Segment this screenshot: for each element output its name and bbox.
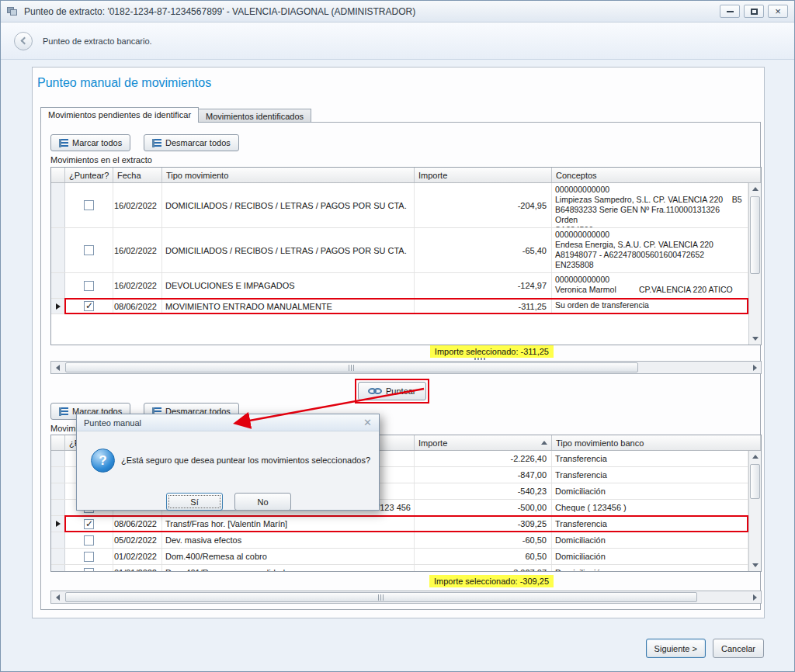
tipo-banco-cell: Domiciliación: [552, 532, 748, 548]
conceptos-cell: 000000000000 Limpiezas Sampedro, S.L. CP…: [552, 183, 748, 227]
tipo-cell: MOVIMIENTO ENTRADO MANUALMENTE: [162, 299, 415, 313]
col-conceptos[interactable]: Conceptos: [552, 168, 761, 182]
scroll-down-icon[interactable]: [749, 333, 761, 345]
thumb-grip-icon: [378, 594, 385, 601]
tipo-cell: Dom.400/Remesa al cobro: [162, 549, 415, 564]
puntear-label: Puntear: [386, 386, 416, 396]
table-row[interactable]: 16/02/2022 DOMICILIADOS / RECIBOS / LETR…: [51, 183, 748, 228]
next-button[interactable]: Siguiente >: [646, 639, 706, 658]
selector-header: [51, 168, 65, 182]
tipo-banco-cell: Transferencia: [552, 467, 748, 483]
col-tipo-banco[interactable]: Tipo movimiento banco: [552, 435, 761, 450]
main-panel: Punteo manual de movimientos Movimientos…: [32, 67, 765, 618]
scroll-down-icon[interactable]: [749, 559, 761, 571]
fecha-cell: 08/06/2022: [113, 299, 162, 313]
vertical-scrollbar[interactable]: [748, 183, 761, 345]
col-importe-sorted[interactable]: Importe: [415, 435, 552, 450]
conceptos-cell: 000000000000 Endesa Energia, S.A.U. CP. …: [552, 228, 748, 272]
table-row-clipped[interactable]: 01/01/2022 Dom.401/Remesa mensualidad -3…: [51, 565, 748, 571]
importe-cell: -540,23: [415, 483, 552, 499]
yes-button[interactable]: Sí: [166, 493, 223, 511]
row-selector: [51, 500, 65, 515]
puntear-checkbox[interactable]: [84, 200, 94, 210]
puntear-checkbox[interactable]: [84, 281, 94, 291]
mark-all-button[interactable]: Marcar todos: [50, 134, 130, 151]
table-row[interactable]: 05/02/2022 Dev. masiva efectos -60,50 Do…: [51, 532, 748, 549]
thumb-grip-icon: [349, 365, 356, 371]
horizontal-scrollbar[interactable]: [50, 361, 762, 374]
scrollbar-thumb[interactable]: [750, 464, 760, 499]
table-row[interactable]: 16/02/2022 DEVOLUCIONES E IMPAGADOS -124…: [51, 273, 748, 299]
no-button[interactable]: No: [234, 493, 291, 511]
col-tipo[interactable]: Tipo movimiento: [162, 168, 415, 182]
horizontal-scrollbar[interactable]: [50, 591, 762, 604]
extract-table-label: Movimientos en el extracto: [50, 155, 152, 165]
dialog-close-icon[interactable]: ✕: [363, 417, 372, 428]
puntear-button[interactable]: Puntear: [358, 382, 426, 400]
scrollbar-thumb[interactable]: [750, 196, 760, 274]
scroll-left-icon[interactable]: [51, 362, 64, 373]
col-puntear[interactable]: ¿Puntear?: [65, 168, 113, 182]
splitter-grip[interactable]: [474, 358, 486, 360]
empty-area: [51, 314, 748, 345]
puntear-checkbox[interactable]: [84, 301, 94, 311]
puntear-checkbox[interactable]: [84, 552, 94, 562]
tipo-cell: Dom.401/Remesa mensualidad: [162, 565, 415, 571]
tipo-cell: DOMICILIADOS / RECIBOS / LETRAS / PAGOS …: [162, 183, 415, 227]
fecha-cell: 01/02/2022: [113, 549, 162, 564]
table-row[interactable]: 01/02/2022 Dom.400/Remesa al cobro 60,50…: [51, 549, 748, 565]
unmark-all-button[interactable]: Desmarcar todos: [144, 134, 239, 151]
fecha-cell: 16/02/2022: [113, 273, 162, 298]
row-selector: [51, 183, 65, 227]
scroll-right-icon[interactable]: [748, 591, 761, 603]
puntear-checkbox[interactable]: [84, 519, 94, 529]
back-icon[interactable]: [14, 32, 33, 50]
importe-cell: -309,25: [415, 516, 552, 532]
importe-cell: -124,97: [415, 273, 552, 298]
scroll-right-icon[interactable]: [748, 362, 761, 373]
close-icon[interactable]: ×: [768, 5, 788, 18]
importe-cell: -3.027,07: [415, 565, 552, 571]
vertical-scrollbar[interactable]: [748, 451, 761, 571]
col-importe[interactable]: Importe: [415, 168, 552, 182]
col-fecha[interactable]: Fecha: [113, 168, 162, 182]
table-row-selected[interactable]: 08/06/2022 Transf/Fras hor. [Valentín Ma…: [51, 516, 748, 532]
scroll-up-icon[interactable]: [749, 183, 761, 195]
scroll-up-icon[interactable]: [749, 451, 761, 462]
puntear-checkbox[interactable]: [84, 568, 94, 572]
row-selector: [51, 228, 65, 272]
scrollbar-thumb[interactable]: [65, 362, 638, 372]
importe-cell: -847,00: [415, 467, 552, 483]
extract-table-header: ¿Puntear? Fecha Tipo movimiento Importe …: [51, 168, 761, 183]
fecha-cell: 01/01/2022: [113, 565, 162, 571]
tab-pendientes[interactable]: Movimientos pendientes de identificar: [40, 107, 199, 123]
puntear-checkbox[interactable]: [84, 535, 94, 546]
confirmation-dialog: Punteo manual ✕ ? ¿Está seguro que desea…: [76, 414, 380, 511]
tipo-cell: Transf/Fras hor. [Valentín Marín]: [162, 516, 415, 532]
scrollbar-thumb[interactable]: [65, 592, 697, 602]
puntear-checkbox[interactable]: [84, 245, 94, 255]
tab-strip: Movimientos pendientes de identificar Mo…: [40, 107, 311, 123]
table-row[interactable]: 16/02/2022 DOMICILIADOS / RECIBOS / LETR…: [51, 228, 748, 273]
application-window: Punteo de extracto: '0182-1234-87-123456…: [0, 0, 795, 672]
restore-icon[interactable]: [744, 5, 764, 18]
cancel-button[interactable]: Cancelar: [713, 639, 764, 658]
table-row-selected[interactable]: 08/06/2022 MOVIMIENTO ENTRADO MANUALMENT…: [51, 299, 748, 314]
tab-identificados[interactable]: Movimientos identificados: [199, 109, 311, 123]
chain-link-icon: [368, 388, 382, 395]
tipo-banco-cell: Transferencia: [552, 516, 748, 532]
sort-ascending-icon: [541, 441, 547, 445]
puntear-highlight-box: Puntear: [355, 379, 429, 404]
minimize-icon[interactable]: [720, 5, 740, 18]
tipo-banco-cell: Domiciliación: [552, 483, 748, 499]
banner: Punteo de extracto bancario.: [1, 23, 794, 60]
dialog-title-bar[interactable]: Punteo manual ✕: [77, 414, 379, 431]
row-selector: [51, 467, 65, 483]
title-bar: Punteo de extracto: '0182-1234-87-123456…: [1, 1, 794, 23]
dialog-message: ¿Está seguro que desea puntear los movim…: [121, 456, 370, 465]
scroll-left-icon[interactable]: [51, 591, 64, 603]
fecha-cell: 08/06/2022: [113, 516, 162, 532]
row-selector: [51, 516, 65, 532]
tab-panel: Marcar todos Desmarcar todos Movimientos…: [40, 122, 761, 610]
importe-cell: -204,95: [415, 183, 552, 227]
